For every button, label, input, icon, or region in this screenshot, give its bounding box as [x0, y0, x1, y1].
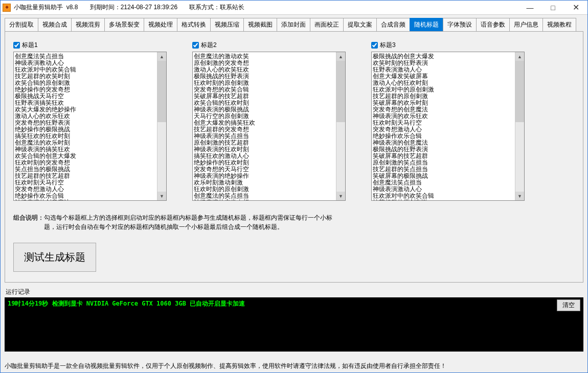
tab-字体预设[interactable]: 字体预设 — [443, 18, 477, 31]
tab-视频处理[interactable]: 视频处理 — [144, 18, 177, 31]
scroll-down-icon[interactable]: ▼ — [157, 192, 166, 200]
scroll-up-icon[interactable]: ▲ — [157, 52, 166, 61]
title1-column: 标题1 创意魔法笑点担当神级表演教动人心狂欢派对中的欢笑合辑技艺超群的欢笑时刻欢… — [13, 41, 167, 201]
list-item[interactable]: 神级表演的创意魔法 — [15, 199, 156, 200]
titlebar: ❖ 小咖批量剪辑助手 v8.8 到期时间：2124-08-27 18:39:26… — [1, 1, 587, 15]
random-title-panel: 标题1 创意魔法笑点担当神级表演教动人心狂欢派对中的欢笑合辑技艺超群的欢笑时刻欢… — [5, 31, 583, 283]
desc-text-1: 勾选每个标题框上方的选择框则启动对应的标题框内标题参与生成随机标题，标题框内需保… — [44, 214, 332, 221]
scroll-down-icon[interactable]: ▼ — [515, 192, 524, 200]
tab-添加封面[interactable]: 添加封面 — [277, 18, 310, 31]
test-generate-title-button[interactable]: 测试生成标题 — [13, 243, 96, 272]
tab-格式转换[interactable]: 格式转换 — [177, 18, 211, 31]
tab-bar: 分割提取视频合成视频混剪多场景裂变视频处理格式转换视频压缩视频截图添加封面画面校… — [1, 15, 587, 31]
title2-column: 标题2 创意魔法的激动欢笑原创刺激的突发奇想激动人心的欢笑狂欢极限挑战的狂野表演… — [192, 41, 346, 201]
title1-scrollbar[interactable]: ▲ ▼ — [157, 52, 166, 200]
scroll-thumb[interactable] — [515, 61, 524, 122]
combination-description: 组合说明：勾选每个标题框上方的选择框则启动对应的标题框内标题参与生成随机标题，标… — [13, 213, 575, 231]
list-item[interactable]: 神级表演的突发奇想 — [194, 199, 335, 200]
footer-disclaimer: 小咖批量剪辑助手是一款全自动视频批量剪辑软件，仅用于个人原创视频制作、提高剪辑效… — [5, 362, 583, 370]
scroll-thumb[interactable] — [157, 61, 166, 122]
tab-视频混剪[interactable]: 视频混剪 — [71, 18, 105, 31]
title1-checkbox[interactable] — [13, 42, 20, 49]
log-label: 运行记录 — [6, 288, 582, 296]
title2-scrollbar[interactable]: ▲ ▼ — [336, 52, 345, 200]
minimize-button[interactable]: — — [518, 1, 541, 15]
desc-text-2: 题，运行时会自动在每个对应的标题框内随机抽取一个小标题最后组合成一个随机标题。 — [44, 223, 283, 230]
title1-label: 标题1 — [22, 41, 38, 50]
main-window: ❖ 小咖批量剪辑助手 v8.8 到期时间：2124-08-27 18:39:26… — [0, 0, 588, 373]
tab-视频教程[interactable]: 视频教程 — [542, 18, 576, 31]
maximize-button[interactable]: □ — [541, 1, 564, 15]
tab-画面校正[interactable]: 画面校正 — [310, 18, 344, 31]
scroll-thumb[interactable] — [336, 61, 345, 122]
desc-label: 组合说明： — [13, 214, 44, 221]
tab-分割提取[interactable]: 分割提取 — [5, 18, 38, 31]
tab-随机标题[interactable]: 随机标题 — [410, 18, 443, 31]
tab-提取文案[interactable]: 提取文案 — [343, 18, 377, 31]
log-line: 19时14分19秒 检测到显卡 NVIDIA GeForce GTX 1060 … — [8, 300, 245, 307]
scroll-up-icon[interactable]: ▲ — [515, 52, 524, 61]
title3-listbox[interactable]: 极限挑战的创意大爆发欢笑时刻的狂野表演狂野表演激动人心创意大爆发笑破屏幕激动人心… — [371, 52, 525, 201]
scroll-down-icon[interactable]: ▼ — [336, 192, 345, 200]
tab-语音参数[interactable]: 语音参数 — [476, 18, 510, 31]
title3-label: 标题3 — [380, 41, 396, 50]
title2-listbox[interactable]: 创意魔法的激动欢笑原创刺激的突发奇想激动人心的欢笑狂欢极限挑战的狂野表演狂欢时刻… — [192, 52, 346, 201]
clear-log-button[interactable]: 清空 — [557, 299, 580, 311]
tab-视频压缩[interactable]: 视频压缩 — [210, 18, 244, 31]
window-title: 小咖批量剪辑助手 v8.8 到期时间：2124-08-27 18:39:26 联… — [14, 3, 244, 12]
title3-column: 标题3 极限挑战的创意大爆发欢笑时刻的狂野表演狂野表演激动人心创意大爆发笑破屏幕… — [371, 41, 525, 201]
title3-scrollbar[interactable]: ▲ ▼ — [515, 52, 524, 200]
scroll-up-icon[interactable]: ▲ — [336, 52, 345, 61]
tab-视频截图[interactable]: 视频截图 — [243, 18, 277, 31]
tab-用户信息[interactable]: 用户信息 — [509, 18, 543, 31]
list-item[interactable]: 技艺超群的原创刺激 — [373, 199, 514, 200]
tab-多场景裂变[interactable]: 多场景裂变 — [104, 18, 144, 31]
title1-listbox[interactable]: 创意魔法笑点担当神级表演教动人心狂欢派对中的欢笑合辑技艺超群的欢笑时刻欢笑合辑的… — [13, 52, 167, 201]
tab-视频合成[interactable]: 视频合成 — [38, 18, 72, 31]
title3-checkbox[interactable] — [371, 42, 378, 49]
title2-checkbox[interactable] — [192, 42, 199, 49]
log-area: 19时14分19秒 检测到显卡 NVIDIA GeForce GTX 1060 … — [5, 297, 583, 352]
title2-label: 标题2 — [201, 41, 217, 50]
app-icon: ❖ — [3, 4, 11, 12]
tab-合成音频[interactable]: 合成音频 — [376, 18, 410, 31]
close-button[interactable]: ✕ — [564, 1, 587, 15]
